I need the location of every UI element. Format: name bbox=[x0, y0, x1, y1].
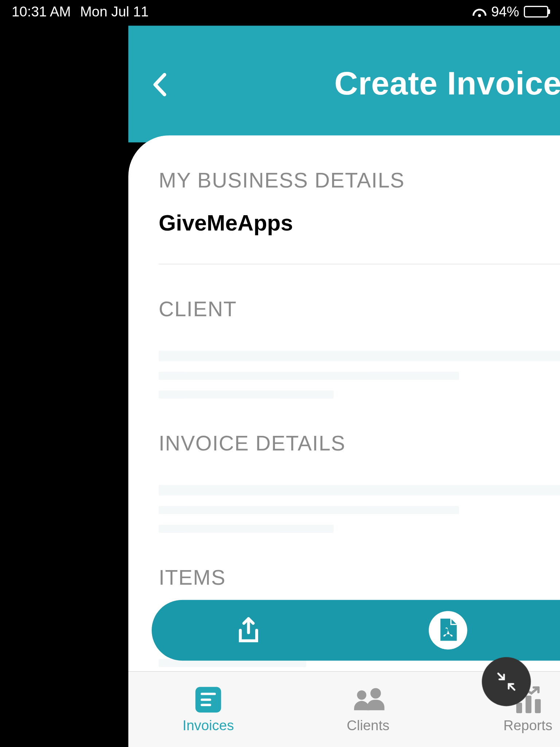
pip-collapse-button[interactable] bbox=[482, 657, 531, 706]
app-header: Create Invoice Save bbox=[128, 26, 560, 142]
divider bbox=[159, 264, 560, 264]
tab-clients-label: Clients bbox=[347, 717, 389, 734]
section-business-title: MY BUSINESS DETAILS bbox=[159, 168, 560, 193]
status-time: 10:31 AM bbox=[12, 4, 71, 20]
tab-reports-label: Reports bbox=[503, 717, 552, 734]
status-bar: 10:31 AM Mon Jul 11 94% bbox=[0, 0, 560, 23]
business-name: GiveMeApps bbox=[159, 210, 293, 236]
invoice-details-placeholder bbox=[159, 485, 560, 533]
section-items-title: ITEMS bbox=[159, 565, 560, 590]
clients-icon bbox=[354, 688, 382, 711]
share-button[interactable] bbox=[235, 616, 263, 645]
tab-clients[interactable]: Clients bbox=[288, 672, 448, 747]
section-client: CLIENT bbox=[159, 297, 560, 398]
pdf-icon bbox=[437, 618, 459, 643]
status-date: Mon Jul 11 bbox=[80, 4, 149, 20]
section-invoice-details: INVOICE DETAILS bbox=[159, 431, 560, 533]
back-button[interactable] bbox=[152, 71, 175, 103]
tab-invoices-label: Invoices bbox=[183, 717, 234, 734]
page-title: Create Invoice bbox=[334, 64, 560, 102]
wifi-icon bbox=[472, 7, 486, 17]
share-icon bbox=[235, 616, 263, 645]
tab-invoices[interactable]: Invoices bbox=[128, 672, 288, 747]
invoices-icon bbox=[195, 686, 221, 712]
action-bar bbox=[152, 600, 560, 661]
battery-icon bbox=[524, 6, 548, 18]
pdf-button[interactable] bbox=[429, 611, 467, 650]
collapse-icon bbox=[495, 670, 518, 693]
section-client-title: CLIENT bbox=[159, 297, 560, 321]
section-invoice-details-title: INVOICE DETAILS bbox=[159, 431, 560, 456]
battery-percent: 94% bbox=[491, 4, 519, 20]
section-business: MY BUSINESS DETAILS GiveMeApps bbox=[159, 168, 560, 264]
client-placeholder bbox=[159, 351, 560, 399]
